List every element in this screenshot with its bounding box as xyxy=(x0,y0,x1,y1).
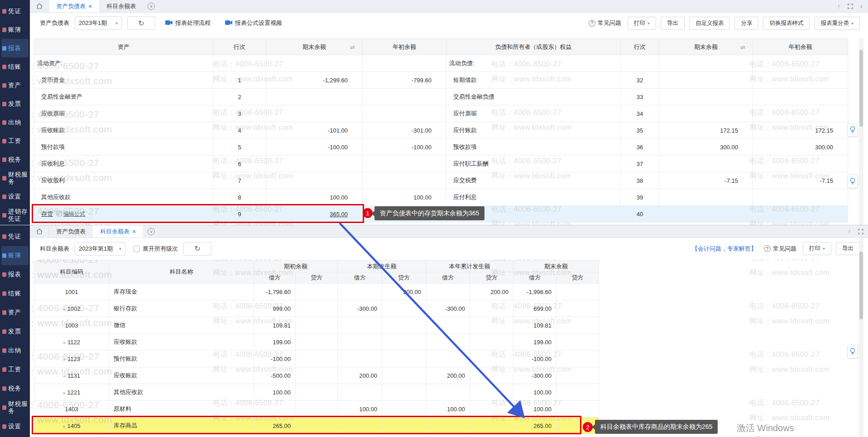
expand-icon[interactable]: » xyxy=(63,340,66,345)
amount-cell: 200.00 xyxy=(470,284,513,300)
sidebar-item-12[interactable]: 进销存凭证 xyxy=(1,206,29,224)
expand-icon[interactable]: » xyxy=(63,356,66,362)
tab-2[interactable]: 科目余额表× xyxy=(93,225,143,238)
sidebar-item-1[interactable]: 凭证 xyxy=(1,2,29,20)
toolbar-button[interactable]: 报表重分类▾ xyxy=(814,17,860,30)
sidebar-item-5[interactable]: 资产 xyxy=(1,303,29,322)
sidebar-item-3[interactable]: 报表 xyxy=(1,265,29,284)
sidebar-item-7[interactable]: 出纳 xyxy=(1,113,29,132)
expand-icon[interactable]: » xyxy=(62,390,65,395)
table-row[interactable]: 其他应收款8100.00100.00应付利息39 xyxy=(34,189,848,206)
fullscreen-icon[interactable] xyxy=(848,4,853,9)
table-row[interactable]: 1403原材料100.00100.00100.00 xyxy=(34,401,599,418)
table-row[interactable]: »1405库存商品265.00265.00 xyxy=(34,418,599,434)
sidebar-item-9[interactable]: 税务 xyxy=(1,379,29,398)
fullscreen-icon[interactable] xyxy=(858,229,863,234)
sidebar-item-8[interactable]: 工资 xyxy=(1,360,29,379)
refresh-button[interactable]: ↻ xyxy=(183,242,211,256)
table-row[interactable]: »1221其他应收款100.00100.00 xyxy=(34,384,599,401)
table-row[interactable]: 1003微信109.81109.81 xyxy=(34,317,599,334)
expand-all-checkbox[interactable]: 展开所有级次 xyxy=(134,245,178,253)
scroll-top-icon[interactable]: ↑ xyxy=(837,3,840,10)
sidebar-item-10[interactable]: 财税服务 xyxy=(1,398,29,417)
col-header-label: 期末余额 xyxy=(302,43,326,50)
video-link[interactable]: 报表公式设置视频 xyxy=(225,19,282,27)
sidebar-item-icon xyxy=(2,310,6,315)
table-row[interactable]: 应收账款4-101.00-301.00应付账款35172.15172.15 xyxy=(34,122,848,139)
table-row[interactable]: 货币资金1-1,299.60-799.60短期借款32 xyxy=(34,72,848,89)
sidebar-item-8[interactable]: 工资 xyxy=(1,132,29,150)
ending-balance-link[interactable]: 365.00 xyxy=(330,211,348,218)
video-link[interactable]: 报表处理流程 xyxy=(165,19,211,27)
sidebar-item-7[interactable]: 出纳 xyxy=(1,341,29,360)
sidebar-item-11[interactable]: 设置 xyxy=(1,417,29,436)
sidebar-item-2[interactable]: 账簿 xyxy=(1,246,29,265)
toolbar-button[interactable]: 切换报表样式 xyxy=(763,17,810,30)
expand-icon[interactable]: » xyxy=(63,373,66,379)
toolbar-button[interactable]: 分享 xyxy=(734,17,758,30)
sidebar-item-11[interactable]: 设置 xyxy=(1,187,29,206)
tab-2[interactable]: 科目余额表 xyxy=(99,0,143,12)
home-icon[interactable] xyxy=(30,0,49,12)
table-row[interactable]: »1123预付账款-100.00-100.00 xyxy=(34,351,599,367)
faq-link[interactable]: ? 常见问题 xyxy=(589,19,621,27)
expand-icon[interactable]: » xyxy=(62,306,65,312)
sidebar-item-4[interactable]: 结账 xyxy=(1,57,29,76)
tab-1[interactable]: 资产负债表 xyxy=(49,225,93,238)
hint-lamp-icon[interactable] xyxy=(847,175,858,188)
table-row[interactable]: 1001库存现金-1,798.60200.00200.00-1,998.60 xyxy=(34,284,599,300)
expand-icon[interactable]: » xyxy=(62,423,65,429)
hint-lamp-icon[interactable] xyxy=(847,345,858,358)
table-row[interactable]: 应收利息6应付职工薪酬37 xyxy=(34,156,848,172)
tab-dropdown-icon[interactable]: ∨ xyxy=(148,3,155,10)
scrollbar-thumb[interactable] xyxy=(859,50,863,127)
amount-cell: -300.00 xyxy=(426,300,470,317)
period-select[interactable]: 2023年1期 ▾ xyxy=(75,16,122,30)
sidebar-item-1[interactable]: 凭证 xyxy=(1,227,29,246)
tab-1[interactable]: 资产负债表× xyxy=(49,0,99,12)
toolbar-button[interactable]: 导出 xyxy=(661,17,685,30)
swap-sort-icon[interactable]: ⇌ xyxy=(740,43,745,50)
toolbar-button[interactable]: 导出 xyxy=(836,242,860,255)
inventory-link[interactable]: 存货 xyxy=(41,210,53,217)
hint-lamp-icon[interactable] xyxy=(847,123,858,137)
sidebar-item-label: 结账 xyxy=(8,290,28,297)
close-icon[interactable]: × xyxy=(132,228,136,235)
scroll-top-icon[interactable]: ↑ xyxy=(848,228,851,235)
close-icon[interactable]: × xyxy=(88,3,92,10)
scrollbar-thumb[interactable] xyxy=(859,252,863,319)
sidebar-item-9[interactable]: 税务 xyxy=(1,150,29,169)
sidebar-item-5[interactable]: 资产 xyxy=(1,76,29,95)
beginning-balance-cell xyxy=(363,156,446,172)
sidebar-item-6[interactable]: 发票 xyxy=(1,322,29,341)
table-row[interactable]: »1122应收账款199.00199.00 xyxy=(34,334,599,351)
table-row[interactable]: »1002银行存款999.00-300.00-300.00699.00 xyxy=(34,300,599,317)
table-row[interactable]: 流动资产:流动负债: xyxy=(34,55,848,72)
table-row[interactable]: 预付款项5-100.00-100.00预收款项36300.00300.00 xyxy=(34,139,848,156)
period-select[interactable]: 2023年第1期 ▾ xyxy=(75,242,125,256)
tab-dropdown-icon[interactable]: ∨ xyxy=(148,228,155,235)
edit-formula-icon[interactable] xyxy=(57,211,62,218)
table-row[interactable]: 交易性金融资产2交易性金融负债33 xyxy=(34,89,848,105)
table-row[interactable]: 应收票据3应付票据34 xyxy=(34,105,848,122)
expand-all-label: 展开所有级次 xyxy=(143,245,178,253)
swap-sort-icon[interactable]: ⇌ xyxy=(350,43,355,50)
edit-formula-link[interactable]: 编辑公式 xyxy=(63,211,85,217)
sidebar-item-3[interactable]: 报表 xyxy=(1,39,29,57)
sidebar-item-4[interactable]: 结账 xyxy=(1,284,29,303)
amount-cell: 200.00 xyxy=(382,284,426,300)
expert-qa-link[interactable]: 【会计问题，专家解答】 xyxy=(692,245,757,253)
sidebar-item-6[interactable]: 发票 xyxy=(1,95,29,113)
home-icon[interactable] xyxy=(30,225,49,238)
table-row[interactable]: 应收股利7应交税费38-7.15-7.15 xyxy=(34,172,848,189)
table-row[interactable]: »1131应收账款-500.00200.00200.00-300.00 xyxy=(34,367,599,384)
sidebar-item-2[interactable]: 账簿 xyxy=(1,20,29,39)
toolbar-button[interactable]: 自定义报表 xyxy=(689,17,730,30)
collapse-panel-icon[interactable]: ‹ xyxy=(860,2,863,10)
toolbar-button[interactable]: 打印▾ xyxy=(803,242,831,255)
refresh-button[interactable]: ↻ xyxy=(127,16,155,30)
sidebar-item-10[interactable]: 财税服务 xyxy=(1,169,29,187)
beginning-balance-cell: -100.00 xyxy=(363,139,446,156)
toolbar-button[interactable]: 打印▾ xyxy=(628,17,656,30)
faq-link[interactable]: ? 常见问题 xyxy=(764,245,796,253)
